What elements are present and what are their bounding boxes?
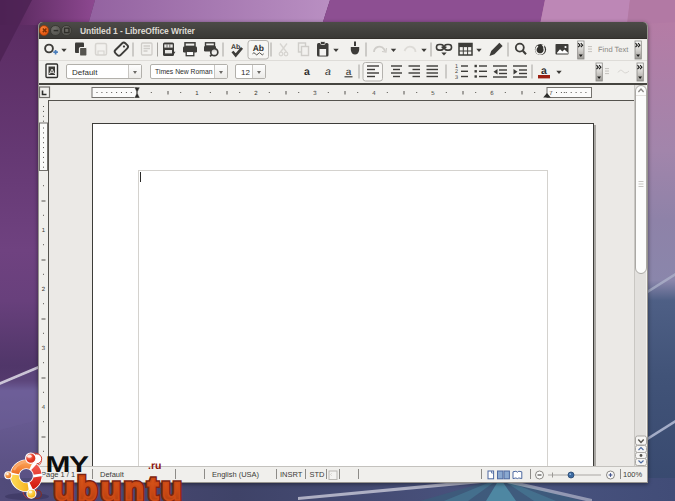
svg-text:Find Text: Find Text (598, 45, 629, 54)
svg-text:3: 3 (455, 75, 458, 81)
svg-text:4: 4 (372, 90, 376, 97)
svg-text:2: 2 (42, 286, 46, 293)
svg-text:3: 3 (313, 90, 317, 97)
svg-text:Ab: Ab (253, 43, 264, 53)
svg-text:6: 6 (490, 90, 494, 97)
svg-text:1: 1 (195, 90, 199, 97)
svg-text:ubuntu: ubuntu (54, 470, 185, 501)
svg-text:3: 3 (42, 345, 46, 352)
svg-text:1: 1 (42, 227, 46, 234)
svg-text:a: a (325, 66, 331, 78)
svg-text:5: 5 (431, 90, 435, 97)
svg-text:4: 4 (42, 404, 46, 411)
svg-text:a: a (346, 67, 352, 78)
svg-text:a: a (541, 65, 547, 77)
svg-text:a: a (304, 66, 310, 78)
svg-text:2: 2 (254, 90, 258, 97)
